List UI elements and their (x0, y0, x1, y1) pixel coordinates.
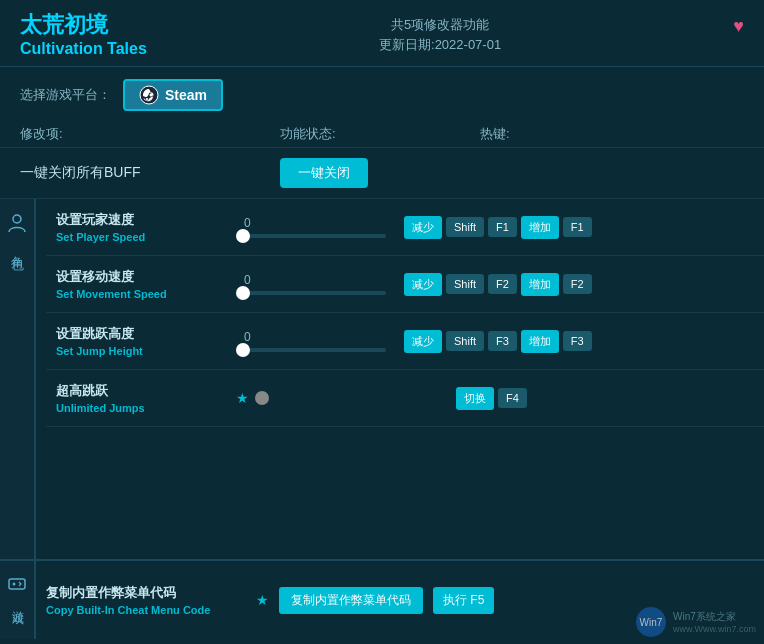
sliders-area: 设置玩家速度 Set Player Speed 0 减少 Shift F1 增加… (36, 199, 764, 559)
col-status-header: 功能状态: (280, 125, 480, 143)
hotkeys-3: 减少 Shift F3 增加 F3 (404, 330, 592, 353)
slider-thumb-1[interactable] (236, 229, 250, 243)
slider-track-1[interactable] (236, 234, 386, 238)
slider-value-row-1: 0 (236, 216, 251, 230)
slider-info-3: 设置跳跃高度 Set Jump Height (56, 325, 236, 357)
svg-point-1 (13, 215, 21, 223)
slider-track-3[interactable] (236, 348, 386, 352)
slider-value-row-3: 0 (236, 330, 251, 344)
steam-button[interactable]: Steam (123, 79, 223, 111)
header: 太荒初境 Cultivation Tales 共5项修改器功能 更新日期:202… (0, 0, 764, 67)
slider-track-bg-2 (236, 291, 386, 295)
slider-en-2: Set Movement Speed (56, 288, 236, 300)
cheat-star-icon: ★ (256, 592, 269, 608)
slider-value-3: 0 (244, 330, 251, 344)
watermark-site: Win7系统之家 (673, 610, 756, 624)
watermark-url: www.Www.win7.com (673, 624, 756, 634)
decrease-btn-2[interactable]: 减少 (404, 273, 442, 296)
f3-key-2[interactable]: F3 (563, 331, 592, 351)
steam-label: Steam (165, 87, 207, 103)
hotkeys-2: 减少 Shift F2 增加 F2 (404, 273, 592, 296)
slider-cn-2: 设置移动速度 (56, 268, 236, 286)
svg-point-3 (13, 583, 16, 586)
character-icon (3, 209, 31, 237)
f2-key-2[interactable]: F2 (563, 274, 592, 294)
f4-key[interactable]: F4 (498, 388, 527, 408)
slider-track-bg-3 (236, 348, 386, 352)
shift-key-3[interactable]: Shift (446, 331, 484, 351)
svg-rect-2 (9, 579, 25, 589)
slider-control-2: 0 (236, 273, 396, 295)
slider-thumb-2[interactable] (236, 286, 250, 300)
jumps-star-icon: ★ (236, 390, 249, 406)
slider-en-3: Set Jump Height (56, 345, 236, 357)
slider-row-movement-speed: 设置移动速度 Set Movement Speed 0 减少 Shift F2 … (46, 256, 764, 313)
slider-row-jump-height: 设置跳跃高度 Set Jump Height 0 减少 Shift F3 增加 … (46, 313, 764, 370)
f3-key-1[interactable]: F3 (488, 331, 517, 351)
sidebar-label: 角色 (8, 245, 26, 249)
increase-btn-3[interactable]: 增加 (521, 330, 559, 353)
jumps-hotkeys: 切换 F4 (456, 387, 527, 410)
slider-info-2: 设置移动速度 Set Movement Speed (56, 268, 236, 300)
slider-en-1: Set Player Speed (56, 231, 236, 243)
game-icon (3, 569, 31, 597)
copy-cheat-button[interactable]: 复制内置作弊菜单代码 (279, 587, 423, 614)
slider-control-1: 0 (236, 216, 396, 238)
f1-key-2[interactable]: F1 (563, 217, 592, 237)
game-sidebar: 游戏 (0, 561, 36, 639)
win7-logo: Win7 (635, 606, 667, 638)
slider-track-2[interactable] (236, 291, 386, 295)
hotkeys-1: 减少 Shift F1 增加 F1 (404, 216, 592, 239)
exec-button[interactable]: 执行 F5 (433, 587, 494, 614)
slider-value-1: 0 (244, 216, 251, 230)
header-left: 太荒初境 Cultivation Tales (20, 10, 147, 58)
jumps-toggle-circle[interactable] (255, 391, 269, 405)
increase-btn-2[interactable]: 增加 (521, 273, 559, 296)
meta-count: 共5项修改器功能 (391, 16, 489, 34)
slider-info-1: 设置玩家速度 Set Player Speed (56, 211, 236, 243)
jumps-toggle: ★ (236, 390, 396, 406)
shift-key-1[interactable]: Shift (446, 217, 484, 237)
col-mod-header: 修改项: (20, 125, 280, 143)
slider-row-player-speed: 设置玩家速度 Set Player Speed 0 减少 Shift F1 增加… (46, 199, 764, 256)
meta-date: 更新日期:2022-07-01 (379, 36, 501, 54)
platform-bar: 选择游戏平台： Steam (0, 67, 764, 121)
steam-icon (139, 85, 159, 105)
platform-label: 选择游戏平台： (20, 86, 111, 104)
unlimited-jumps-row: 超高跳跃 Unlimited Jumps ★ 切换 F4 (46, 370, 764, 427)
main-content: 角色 设置玩家速度 Set Player Speed 0 减少 Shi (0, 199, 764, 559)
character-sidebar: 角色 (0, 199, 36, 559)
jumps-cn: 超高跳跃 (56, 382, 236, 400)
title-en: Cultivation Tales (20, 40, 147, 58)
slider-value-2: 0 (244, 273, 251, 287)
f2-key-1[interactable]: F2 (488, 274, 517, 294)
svg-point-0 (140, 86, 158, 104)
toggle-all-buff-row: 一键关闭所有BUFF 一键关闭 (0, 148, 764, 199)
slider-cn-3: 设置跳跃高度 (56, 325, 236, 343)
game-sidebar-label: 游戏 (9, 601, 26, 605)
jumps-en: Unlimited Jumps (56, 402, 236, 414)
slider-control-3: 0 (236, 330, 396, 352)
table-header: 修改项: 功能状态: 热键: (0, 121, 764, 148)
exec-label: 执行 (443, 593, 467, 607)
svg-text:Win7: Win7 (640, 617, 663, 628)
toggle-buff-button[interactable]: 一键关闭 (280, 158, 368, 188)
toggle-buff-status: 一键关闭 (280, 158, 480, 188)
copy-cheat-cn: 复制内置作弊菜单代码 (46, 584, 246, 602)
exec-key: F5 (470, 593, 484, 607)
copy-cheat-info: 复制内置作弊菜单代码 Copy Built-In Cheat Menu Code (46, 584, 246, 616)
decrease-btn-3[interactable]: 减少 (404, 330, 442, 353)
title-cn: 太荒初境 (20, 10, 147, 40)
switch-btn-jumps[interactable]: 切换 (456, 387, 494, 410)
f1-key-1[interactable]: F1 (488, 217, 517, 237)
slider-thumb-3[interactable] (236, 343, 250, 357)
slider-cn-1: 设置玩家速度 (56, 211, 236, 229)
copy-cheat-en: Copy Built-In Cheat Menu Code (46, 604, 246, 616)
increase-btn-1[interactable]: 增加 (521, 216, 559, 239)
decrease-btn-1[interactable]: 减少 (404, 216, 442, 239)
favorite-icon[interactable]: ♥ (733, 10, 744, 37)
col-hotkey-header: 热键: (480, 125, 744, 143)
shift-key-2[interactable]: Shift (446, 274, 484, 294)
toggle-buff-name: 一键关闭所有BUFF (20, 164, 280, 182)
watermark-text: Win7系统之家 www.Www.win7.com (673, 610, 756, 634)
